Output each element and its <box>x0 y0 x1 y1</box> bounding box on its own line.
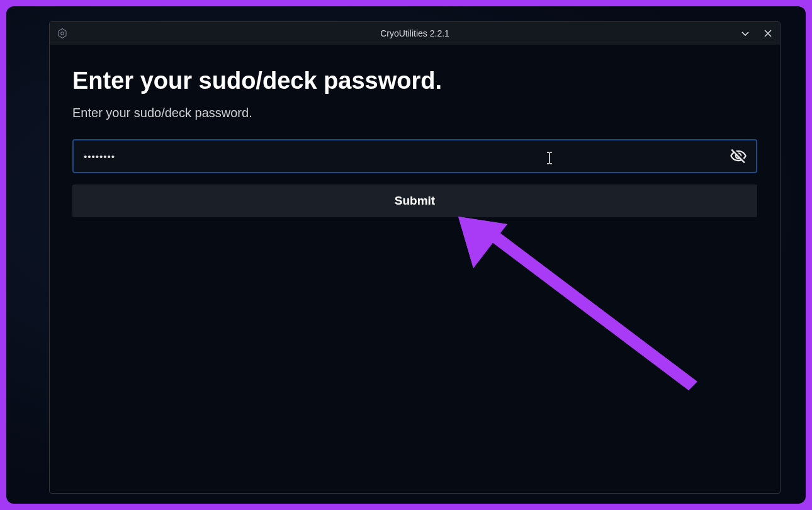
window-title: CryoUtilities 2.2.1 <box>380 28 449 38</box>
application-window: CryoUtilities 2.2.1 Enter your sudo/deck… <box>49 21 781 494</box>
password-input[interactable] <box>84 151 721 162</box>
page-title: Enter your sudo/deck password. <box>72 67 757 94</box>
password-field-container[interactable] <box>72 139 757 173</box>
minimize-button[interactable] <box>740 28 751 39</box>
titlebar[interactable]: CryoUtilities 2.2.1 <box>50 22 780 45</box>
visibility-toggle-icon[interactable] <box>730 147 747 165</box>
submit-button[interactable]: Submit <box>72 184 757 217</box>
app-icon <box>56 27 69 40</box>
submit-button-label: Submit <box>395 194 435 208</box>
svg-point-1 <box>61 32 64 35</box>
close-button[interactable] <box>762 28 774 39</box>
page-subtitle: Enter your sudo/deck password. <box>72 106 757 120</box>
svg-marker-0 <box>59 29 66 38</box>
